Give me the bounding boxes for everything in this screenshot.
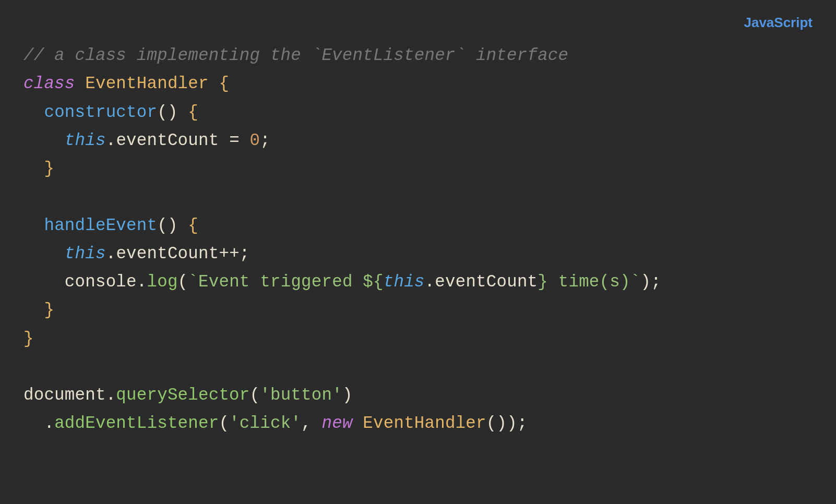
- code-viewer: JavaScript // a class implementing the `…: [0, 0, 836, 504]
- brace-close: }: [44, 301, 54, 320]
- number-literal: 0: [250, 131, 260, 150]
- property-eventcount: eventCount: [435, 272, 538, 292]
- this-keyword: this: [65, 131, 106, 150]
- property-eventcount: eventCount: [116, 131, 219, 150]
- this-keyword: this: [65, 244, 106, 263]
- keyword-new: new: [321, 414, 352, 433]
- code-comment: // a class implementing the `EventListen…: [23, 46, 568, 65]
- string-literal: 'click': [229, 414, 301, 433]
- class-name: EventHandler: [85, 74, 208, 93]
- template-string: `: [188, 272, 198, 292]
- this-keyword: this: [384, 272, 425, 292]
- property-eventcount: eventCount: [116, 244, 219, 263]
- function-constructor: constructor: [44, 103, 157, 122]
- method-log: log: [147, 272, 177, 292]
- brace-open: {: [188, 103, 198, 122]
- function-handleevent: handleEvent: [44, 216, 157, 235]
- brace-close: }: [44, 159, 54, 178]
- console-object: console: [65, 272, 137, 292]
- string-literal: 'button': [260, 386, 342, 405]
- method-addeventlistener: addEventListener: [54, 414, 219, 433]
- class-name: EventHandler: [363, 414, 486, 433]
- brace-open: {: [188, 216, 198, 235]
- keyword-class: class: [23, 74, 75, 93]
- brace-open: {: [219, 74, 229, 93]
- document-object: document: [23, 386, 106, 405]
- code-block[interactable]: // a class implementing the `EventListen…: [23, 42, 813, 438]
- language-label: JavaScript: [744, 15, 813, 31]
- brace-close: }: [23, 329, 34, 349]
- method-queryselector: querySelector: [116, 386, 249, 405]
- parens: (): [157, 103, 177, 122]
